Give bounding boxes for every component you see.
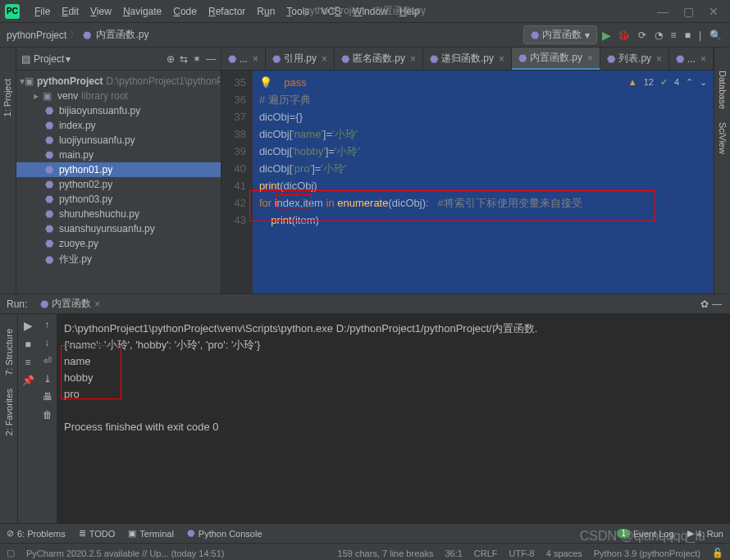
tree-file[interactable]: ⬣python01.py	[16, 162, 221, 177]
concurrent-button[interactable]: ≡	[669, 28, 678, 43]
stop-button[interactable]: ■	[683, 28, 692, 43]
run-toolbar-primary: ▶ ■ ≡ 📌	[18, 314, 38, 523]
editor-area: ⬣...×⬣引用.py×⬣匿名函数.py×⬣递归函数.py×⬣内置函数.py×⬣…	[221, 48, 714, 294]
menu-code[interactable]: Code	[168, 4, 202, 19]
tree-file[interactable]: ⬣python03.py	[16, 192, 221, 207]
event-log[interactable]: 1Event Log	[617, 529, 673, 539]
status-update[interactable]: PyCharm 2020.2.5 available // Up... (tod…	[26, 549, 225, 558]
profile-button[interactable]: ◔	[653, 28, 664, 43]
maximize-button[interactable]: ▢	[683, 5, 694, 18]
lightbulb-icon[interactable]: 💡	[259, 76, 272, 89]
gear-icon[interactable]: ✿	[699, 297, 710, 312]
tree-file[interactable]: ⬣zuoye.py	[16, 236, 221, 251]
tool-python-console[interactable]: ⬣Python Console	[187, 528, 262, 539]
print-button[interactable]: 🖶	[43, 391, 52, 403]
breadcrumb-file[interactable]: 内置函数.py	[96, 28, 148, 42]
menu-navigate[interactable]: Navigate	[118, 4, 167, 19]
coverage-button[interactable]: ⟳	[636, 28, 648, 43]
arrow-right-icon[interactable]: ▸	[31, 90, 41, 102]
code-area[interactable]: ▲12 ✔4 ⌃ ⌄ 💡 pass # 遍历字典 dicObj={} dicOb…	[253, 71, 714, 294]
tree-file-name: main.py	[59, 149, 94, 161]
chevron-icon[interactable]: ⌃	[686, 74, 693, 91]
locate-button[interactable]: ⊕	[167, 53, 175, 65]
down-button[interactable]: ↓	[45, 337, 50, 348]
lock-icon[interactable]: 🔓	[712, 548, 723, 558]
minimize-button[interactable]: —	[657, 5, 668, 18]
status-line-sep[interactable]: CRLF	[474, 549, 498, 558]
close-button[interactable]: ✕	[709, 5, 719, 18]
console-output[interactable]: D:\pythonProject1\pythonProject\venv\Scr…	[57, 314, 730, 523]
editor-tab[interactable]: ⬣列表.py×	[600, 48, 669, 70]
sidebar-tab-database[interactable]: Database	[716, 64, 729, 116]
menu-refactor[interactable]: Refactor	[203, 4, 250, 19]
chevron-icon[interactable]: ⌄	[700, 74, 707, 91]
tool-terminal[interactable]: ▣Terminal	[128, 528, 174, 539]
tree-file[interactable]: ⬣bijiaoyunsuanfu.py	[16, 103, 221, 118]
project-tree[interactable]: ▾ ▣ pythonProject D:\pythonProject1\pyth…	[16, 71, 221, 271]
tree-file[interactable]: ⬣python02.py	[16, 177, 221, 192]
hide-icon[interactable]: —	[710, 297, 723, 312]
tool-problems[interactable]: ⊘6: Problems	[7, 528, 66, 539]
tree-venv[interactable]: ▸ ▣ venv library root	[16, 89, 221, 103]
expand-button[interactable]: ⇆	[180, 53, 188, 65]
wrap-button[interactable]: ⏎	[43, 355, 52, 367]
hide-button[interactable]: —	[206, 53, 216, 65]
run-config-dropdown[interactable]: ⬣ 内置函数 ▾	[523, 25, 597, 44]
editor-tab[interactable]: ⬣引用.py×	[266, 48, 335, 70]
close-icon[interactable]: ×	[410, 53, 416, 65]
python-file-icon: ⬣	[43, 254, 56, 266]
editor-tab[interactable]: ⬣匿名函数.py×	[335, 48, 423, 70]
tree-file[interactable]: ⬣main.py	[16, 148, 221, 162]
menu-edit[interactable]: Edit	[57, 4, 84, 19]
close-icon[interactable]: ×	[700, 53, 706, 65]
menu-run[interactable]: Run	[252, 4, 280, 19]
status-indent[interactable]: 4 spaces	[546, 549, 582, 558]
close-icon[interactable]: ×	[499, 53, 504, 65]
close-icon[interactable]: ×	[587, 52, 593, 64]
menu-file[interactable]: File	[30, 4, 55, 19]
status-interpreter[interactable]: Python 3.9 (pythonProject)	[594, 549, 700, 558]
sidebar-tab-sciview[interactable]: SciView	[716, 116, 729, 161]
collapse-button[interactable]: ✶	[193, 53, 201, 65]
run-tab[interactable]: ⬣ 内置函数 ×	[35, 295, 105, 312]
rerun-button[interactable]: ▶	[24, 319, 33, 332]
editor-tab[interactable]: ⬣递归函数.py×	[423, 48, 512, 70]
sidebar-tab-favorites[interactable]: 2: Favorites	[2, 382, 16, 442]
tree-file[interactable]: ⬣作业.py	[16, 251, 221, 268]
search-button[interactable]: 🔍	[708, 28, 723, 43]
close-icon[interactable]: ×	[656, 53, 662, 65]
editor-tab[interactable]: ⬣内置函数.py×	[512, 48, 600, 70]
tree-file[interactable]: ⬣shuruheshuchu.py	[16, 207, 221, 221]
layout-button[interactable]: ≡	[25, 357, 30, 368]
status-encoding[interactable]: UTF-8	[509, 549, 535, 558]
debug-button[interactable]: 🐞	[616, 28, 632, 43]
quick-access-icon[interactable]: ▢	[7, 548, 15, 558]
sidebar-tab-project[interactable]: 1: Project	[1, 72, 14, 123]
breadcrumb-root[interactable]: pythonProject	[7, 30, 66, 41]
close-icon[interactable]: ×	[94, 298, 100, 310]
inspection-widget[interactable]: ▲12 ✔4 ⌃ ⌄	[628, 74, 707, 91]
pin-button[interactable]: 📌	[22, 375, 34, 386]
status-position[interactable]: 36:1	[445, 549, 462, 558]
python-file-icon: ⬣	[43, 105, 56, 116]
run-button[interactable]: ▶	[602, 29, 611, 42]
editor-tab[interactable]: ⬣...×	[221, 48, 266, 70]
tree-file[interactable]: ⬣suanshuyunsuanfu.py	[16, 221, 221, 236]
up-button[interactable]: ↑	[45, 319, 50, 330]
close-icon[interactable]: ×	[322, 53, 327, 65]
tree-file[interactable]: ⬣index.py	[16, 118, 221, 133]
stop-button[interactable]: ■	[25, 339, 30, 350]
trash-button[interactable]: 🗑	[43, 409, 52, 421]
tool-run[interactable]: ▶4: Run	[687, 528, 723, 539]
tree-file[interactable]: ⬣luojiyunsuanfu.py	[16, 133, 221, 148]
sidebar-tab-structure[interactable]: 7: Structure	[2, 322, 16, 382]
tool-todo[interactable]: ≣TODO	[79, 528, 116, 539]
scroll-button[interactable]: ⤓	[43, 373, 52, 385]
breadcrumb[interactable]: pythonProject 〉 ⬣ 内置函数.py	[7, 28, 148, 42]
chevron-down-icon[interactable]: ▾	[66, 53, 71, 65]
tree-root[interactable]: ▾ ▣ pythonProject D:\pythonProject1\pyth…	[16, 74, 221, 89]
editor-body[interactable]: 353637383940414243 ▲12 ✔4 ⌃ ⌄ 💡 pass # 遍…	[221, 71, 714, 294]
menu-view[interactable]: View	[85, 4, 116, 19]
close-icon[interactable]: ×	[253, 53, 258, 65]
editor-tab[interactable]: ⬣...×	[669, 48, 714, 70]
